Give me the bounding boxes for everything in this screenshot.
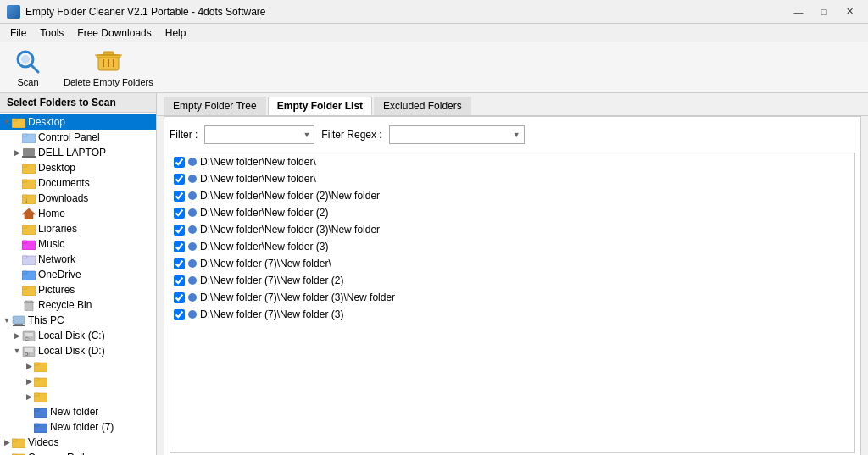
svg-marker-23 <box>22 208 36 219</box>
titlebar-left: Empty Folder Cleaner V2.1 Portable - 4do… <box>7 5 265 19</box>
svg-rect-50 <box>34 378 39 380</box>
filter-regex-label: Filter Regex : <box>321 129 381 141</box>
tree-item-local-disk-c[interactable]: C: Local Disk (C:) <box>0 328 156 343</box>
file-dot-3 <box>188 208 197 217</box>
tree-view[interactable]: Desktop Control Panel DELL LAPTOP <box>0 113 156 455</box>
folder-icon-local-disk-c: C: <box>22 330 36 341</box>
folder-icon-d-new-folder-7 <box>34 421 47 433</box>
tab-excluded-folders[interactable]: Excluded Folders <box>374 97 471 115</box>
tree-label-pictures: Pictures <box>38 284 75 296</box>
file-dot-4 <box>188 225 197 234</box>
folder-icon-camera-roll <box>12 452 25 455</box>
list-item: D:\New folder (7)\New folder\ <box>170 255 854 272</box>
tree-item-control-panel[interactable]: Control Panel <box>0 130 156 145</box>
file-dot-9 <box>188 310 197 319</box>
file-path-1: D:\New folder\New folder\ <box>200 173 316 185</box>
file-checkbox-1[interactable] <box>174 174 185 185</box>
file-checkbox-3[interactable] <box>174 208 185 219</box>
menubar: File Tools Free Downloads Help <box>0 24 868 42</box>
filter-regex-combo[interactable]: ▼ <box>389 125 525 144</box>
tree-item-downloads[interactable]: ↓ Downloads <box>0 191 156 206</box>
file-dot-8 <box>188 293 197 302</box>
tree-label-onedrive: OneDrive <box>38 269 81 280</box>
menu-free-downloads[interactable]: Free Downloads <box>70 25 158 41</box>
file-checkbox-6[interactable] <box>174 258 185 269</box>
file-checkbox-0[interactable] <box>174 157 185 168</box>
tree-item-d-new-folder-7[interactable]: New folder (7) <box>0 419 156 435</box>
svg-rect-58 <box>12 439 17 441</box>
tabs-bar: Empty Folder Tree Empty Folder List Excl… <box>157 93 868 116</box>
folder-icon-control-panel <box>22 131 36 143</box>
tree-item-pictures[interactable]: Pictures <box>0 282 156 297</box>
tree-label-documents: Documents <box>38 177 90 189</box>
folder-icon-pictures <box>22 284 36 296</box>
minimize-button[interactable]: — <box>787 3 810 20</box>
tree-item-music[interactable]: Music <box>0 236 156 252</box>
file-checkbox-4[interactable] <box>174 225 185 236</box>
file-checkbox-5[interactable] <box>174 241 185 252</box>
svg-text:D:: D: <box>25 352 30 357</box>
menu-tools[interactable]: Tools <box>33 25 70 41</box>
maximize-button[interactable]: □ <box>812 3 836 20</box>
filter-row: Filter : ▼ Filter Regex : ▼ <box>170 122 855 147</box>
tree-item-desktop2[interactable]: Desktop <box>0 160 156 175</box>
titlebar: Empty Folder Cleaner V2.1 Portable - 4do… <box>0 0 868 24</box>
tree-label-home: Home <box>38 208 65 219</box>
file-checkbox-9[interactable] <box>174 309 185 320</box>
folder-icon-desktop2 <box>22 162 36 174</box>
tree-item-this-pc[interactable]: This PC <box>0 313 156 328</box>
list-item: D:\New folder\New folder (2)\New folder <box>170 187 854 204</box>
tree-item-dell-laptop[interactable]: DELL LAPTOP <box>0 145 156 160</box>
tree-item-onedrive[interactable]: OneDrive <box>0 267 156 282</box>
close-button[interactable]: ✕ <box>837 3 861 20</box>
tree-label-recycle-bin: Recycle Bin <box>38 299 92 311</box>
file-checkbox-8[interactable] <box>174 292 185 303</box>
svg-rect-14 <box>23 148 35 156</box>
tree-item-d-folder1[interactable] <box>0 358 156 374</box>
tree-arrow-d-folder1 <box>24 361 34 371</box>
folder-icon-downloads: ↓ <box>22 192 36 204</box>
tree-arrow-local-disk-d <box>12 346 22 356</box>
tree-item-network[interactable]: Network <box>0 252 156 267</box>
filter-regex-combo-arrow: ▼ <box>513 130 520 139</box>
menu-help[interactable]: Help <box>159 25 193 41</box>
right-panel: Empty Folder Tree Empty Folder List Excl… <box>157 93 868 455</box>
svg-rect-40 <box>13 325 25 326</box>
file-path-8: D:\New folder (7)\New folder (3)\New fol… <box>200 291 395 303</box>
tab-empty-folder-list[interactable]: Empty Folder List <box>268 97 372 115</box>
tree-item-d-folder2[interactable] <box>0 374 156 389</box>
list-item: D:\New folder\New folder (3)\New folder <box>170 221 854 238</box>
tree-item-videos[interactable]: Videos <box>0 435 156 450</box>
tree-item-documents[interactable]: Documents <box>0 175 156 191</box>
filter-combo[interactable]: ▼ <box>204 125 314 144</box>
file-path-4: D:\New folder\New folder (3)\New folder <box>200 224 380 236</box>
tree-item-d-new-folder[interactable]: New folder <box>0 404 156 419</box>
file-checkbox-7[interactable] <box>174 275 185 286</box>
tree-item-desktop[interactable]: Desktop <box>0 114 156 130</box>
file-list[interactable]: D:\New folder\New folder\ D:\New folder\… <box>170 153 855 453</box>
tree-item-home[interactable]: Home <box>0 206 156 221</box>
tab-empty-folder-tree[interactable]: Empty Folder Tree <box>164 97 266 115</box>
scan-button[interactable]: Scan <box>7 44 49 92</box>
content-area: Select Folders to Scan Desktop Control P… <box>0 93 868 455</box>
folder-icon-desktop <box>12 116 25 128</box>
tree-label-desktop: Desktop <box>28 116 65 128</box>
tree-arrow-dell-laptop <box>12 147 22 158</box>
tree-item-libraries[interactable]: Libraries <box>0 221 156 236</box>
tree-item-d-folder3[interactable] <box>0 389 156 404</box>
tree-label-music: Music <box>38 238 64 250</box>
tree-item-recycle-bin[interactable]: Recycle Bin <box>0 297 156 313</box>
tree-item-local-disk-d[interactable]: D: Local Disk (D:) <box>0 343 156 358</box>
svg-rect-38 <box>13 316 25 324</box>
tree-item-camera-roll[interactable]: Camera Roll <box>0 450 156 455</box>
delete-button[interactable]: Delete Empty Folders <box>56 44 161 92</box>
file-checkbox-2[interactable] <box>174 191 185 202</box>
tree-arrow-d-folder3 <box>24 391 34 402</box>
list-item: D:\New folder (7)\New folder (3) <box>170 306 854 323</box>
tree-label-desktop2: Desktop <box>38 162 75 174</box>
menu-file[interactable]: File <box>3 25 33 41</box>
tree-arrow-desktop <box>2 117 12 127</box>
tree-label-network: Network <box>38 253 75 265</box>
tree-arrow-d-folder2 <box>24 376 34 386</box>
tree-label-d-new-folder: New folder <box>50 406 98 418</box>
